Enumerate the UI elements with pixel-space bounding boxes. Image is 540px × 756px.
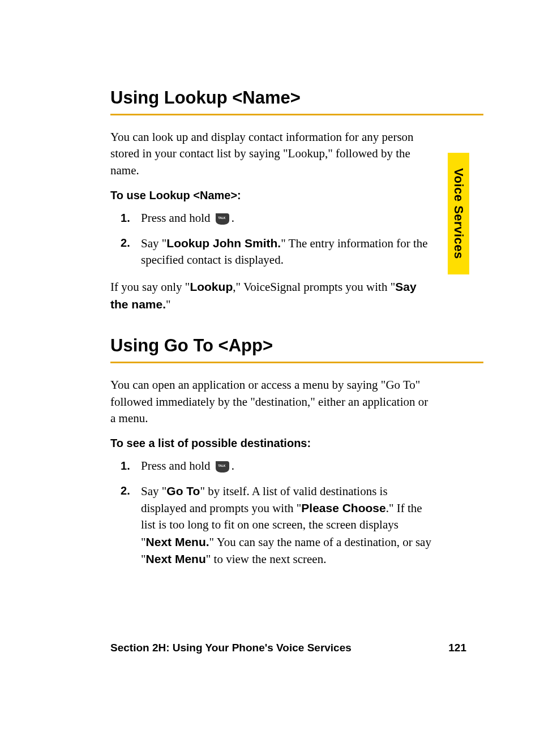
text-span: " xyxy=(166,298,171,311)
talk-key-icon: TALK xyxy=(215,212,230,226)
section-side-tab: Voice Services xyxy=(448,153,469,274)
subheading-goto: To see a list of possible destinations: xyxy=(110,437,483,450)
step-text: Say " xyxy=(141,237,166,250)
step-2-goto: Say "Go To" by itself. A list of valid d… xyxy=(121,483,432,568)
intro-goto: You can open an application or access a … xyxy=(110,377,430,427)
step-text: Press and hold xyxy=(141,211,213,225)
bold-text: Go To xyxy=(166,484,200,497)
bold-text: Lookup John Smith. xyxy=(166,237,281,250)
after-text-lookup: If you say only "Lookup," VoiceSignal pr… xyxy=(110,278,430,313)
step-1-goto: Press and hold TALK . xyxy=(121,458,432,474)
document-page: Voice Services Using Lookup <Name> You c… xyxy=(0,0,540,568)
text-span: ," VoiceSignal prompts you with " xyxy=(233,280,395,294)
bold-text: Next Menu xyxy=(146,552,206,565)
footer-page-number: 121 xyxy=(448,642,466,654)
step-1-lookup: Press and hold TALK . xyxy=(121,210,432,226)
section-goto-app: Using Go To <App> You can open an applic… xyxy=(110,336,483,568)
page-footer: Section 2H: Using Your Phone's Voice Ser… xyxy=(110,642,466,654)
steps-goto: Press and hold TALK . Say "Go To" by its… xyxy=(121,458,432,568)
bold-text: Lookup xyxy=(190,280,233,293)
step-text: " to view the next screen. xyxy=(206,552,327,566)
step-text: . xyxy=(232,459,234,472)
svg-text:TALK: TALK xyxy=(218,464,225,467)
svg-text:TALK: TALK xyxy=(218,216,225,220)
text-span: If you say only " xyxy=(110,280,190,294)
talk-key-icon: TALK xyxy=(215,460,230,474)
heading-lookup-name: Using Lookup <Name> xyxy=(110,88,483,115)
footer-section-title: Section 2H: Using Your Phone's Voice Ser… xyxy=(110,642,352,654)
side-tab-label: Voice Services xyxy=(451,168,466,259)
step-text: . xyxy=(232,211,234,225)
bold-text: Next Menu. xyxy=(146,535,209,548)
steps-lookup: Press and hold TALK . Say "Lookup John S… xyxy=(121,210,432,268)
subheading-lookup: To use Lookup <Name>: xyxy=(110,189,483,202)
heading-goto-app: Using Go To <App> xyxy=(110,336,483,363)
intro-lookup: You can look up and display contact info… xyxy=(110,129,430,179)
bold-text: Please Choose xyxy=(301,501,385,514)
step-text: Say " xyxy=(141,484,166,498)
step-text: Press and hold xyxy=(141,459,213,472)
section-lookup-name: Using Lookup <Name> You can look up and … xyxy=(110,88,483,313)
step-2-lookup: Say "Lookup John Smith." The entry infor… xyxy=(121,235,432,269)
